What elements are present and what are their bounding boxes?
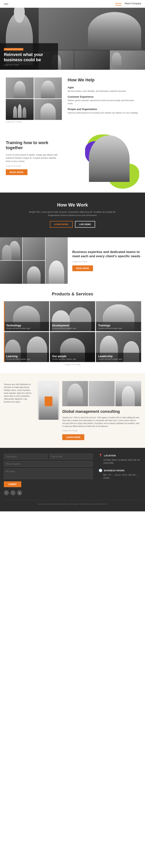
product-development-title: Development bbox=[52, 324, 93, 327]
product-development-subtitle: Ut enim ad minim veniam, quis. bbox=[52, 328, 93, 329]
products-section: Products & Services Technology Ut enim a… bbox=[0, 284, 145, 373]
product-technology-title: Technology bbox=[6, 324, 47, 327]
global-photos-row bbox=[62, 381, 141, 406]
training-person-photo bbox=[89, 135, 130, 182]
how-we-help-title: How We Help bbox=[68, 78, 139, 83]
product-trainings-title: Trainings bbox=[98, 324, 139, 327]
form-name-input[interactable] bbox=[4, 454, 47, 460]
product-item-our-people[interactable]: Our people Ut enim ad minim veniam, quis… bbox=[50, 332, 95, 362]
product-item-trainings[interactable]: Trainings Ut enim ad minim veniam, quis. bbox=[96, 301, 141, 331]
product-our-people-title: Our people bbox=[52, 355, 93, 358]
location-block: 📍 LOCATION 123 Main Street, 21 Avenue, N… bbox=[99, 454, 141, 465]
location-label: LOCATION bbox=[104, 455, 116, 457]
biz-photo-5 bbox=[45, 237, 68, 284]
hours-block: 🕐 BUSINESS HOURS Mon - Fri ..... 12 p.m … bbox=[99, 469, 141, 479]
google-icon[interactable]: g bbox=[17, 490, 22, 495]
navigation: logo Home About Company bbox=[0, 0, 145, 8]
global-photo-2 bbox=[89, 381, 114, 406]
how-item-agile-text: Become faster, more flexible, and intens… bbox=[68, 90, 139, 93]
nav-about[interactable]: About Company bbox=[124, 2, 141, 6]
how-photo-2 bbox=[34, 78, 62, 98]
how-photo-1 bbox=[6, 78, 34, 98]
global-photo-3 bbox=[115, 381, 141, 406]
how-we-work-section: How We Work Simple Text. Lorem ipsum dol… bbox=[0, 192, 145, 237]
location-icon: 📍 bbox=[99, 454, 103, 457]
instagram-icon[interactable]: i bbox=[10, 490, 15, 495]
hero-tag: CONSULTING FIRM bbox=[4, 48, 24, 51]
global-right: Global management consulting Sample text… bbox=[62, 381, 141, 440]
facebook-icon[interactable]: f bbox=[4, 490, 9, 495]
product-our-people-subtitle: Ut enim ad minim veniam, quis. bbox=[52, 358, 93, 360]
how-item-cx: Customer Experience Deliver great custom… bbox=[68, 95, 139, 105]
how-item-people-title: People and Organization bbox=[68, 108, 139, 111]
products-grid: Technology Ut enim ad minim veniam, quis… bbox=[4, 301, 141, 362]
biz-photo-4 bbox=[23, 261, 45, 284]
how-we-work-buttons: LEARN MORE LIVE DEMO bbox=[6, 221, 139, 227]
business-read-more-button[interactable]: READ MORE bbox=[72, 266, 93, 271]
form-message-input[interactable] bbox=[4, 468, 93, 479]
footer-bottom-text: Sample text. Click to select the text bo… bbox=[4, 503, 141, 505]
how-photo-4 bbox=[34, 99, 62, 120]
global-left-text: Vivamus arcu felis bibendum ut interdum … bbox=[4, 381, 35, 403]
learn-more-button[interactable]: LEARN MORE bbox=[50, 221, 73, 227]
products-title: Products & Services bbox=[4, 291, 141, 297]
hero-title: Reinvent what your business could be bbox=[4, 52, 54, 62]
global-section: Vivamus arcu felis bibendum ut interdum … bbox=[0, 373, 145, 448]
global-person-photo bbox=[38, 381, 59, 420]
business-content: Business expertise and dedicated teams t… bbox=[68, 237, 145, 284]
product-learning-title: Learning bbox=[6, 355, 47, 358]
footer-form-section: SUBMIT f i g 📍 LOCATION 123 Main Street,… bbox=[0, 448, 145, 512]
business-image-credit: Image from Freepik bbox=[72, 261, 140, 263]
business-title: Business expertise and dedicated teams t… bbox=[72, 250, 140, 258]
how-item-people: People and Organization Improve performa… bbox=[68, 108, 139, 114]
how-item-cx-title: Customer Experience bbox=[68, 95, 139, 98]
global-learn-more-button[interactable]: LEARN MORE bbox=[62, 434, 84, 440]
global-left-paragraph: Vivamus arcu felis bibendum ut interdum … bbox=[4, 383, 35, 403]
how-photo-3 bbox=[6, 99, 34, 120]
product-item-leadership[interactable]: Leadership Ut enim ad minim veniam, quis… bbox=[96, 332, 141, 362]
product-learning-subtitle: Ut enim ad minim veniam, quis. bbox=[6, 358, 47, 360]
hero-section: CONSULTING FIRM Reinvent what your busin… bbox=[0, 8, 145, 70]
how-item-agile: Agile Become faster, more flexible, and … bbox=[68, 86, 139, 93]
how-we-work-text: Simple Text. Lorem ipsum dolor sit amet,… bbox=[24, 210, 121, 217]
how-we-help-photos: Images from Freepik bbox=[6, 78, 62, 123]
nav-home[interactable]: Home bbox=[115, 2, 121, 6]
hours-icon: 🕐 bbox=[99, 469, 103, 472]
training-content: Training how to work together Lorem sit … bbox=[6, 140, 60, 175]
how-image-credit: Images from Freepik bbox=[6, 121, 62, 123]
social-icons: f i g bbox=[4, 490, 93, 495]
contact-info: 📍 LOCATION 123 Main Street, 21 Avenue, N… bbox=[99, 454, 141, 495]
form-submit-button[interactable]: SUBMIT bbox=[4, 482, 21, 487]
training-title: Training how to work together bbox=[6, 140, 60, 151]
biz-photo-1 bbox=[0, 237, 22, 260]
training-section: Training how to work together Lorem sit … bbox=[0, 130, 145, 192]
training-read-more-button[interactable]: READ MORE bbox=[6, 169, 28, 175]
global-image-credit: Image from Freepik bbox=[62, 430, 141, 432]
how-item-agile-title: Agile bbox=[68, 86, 139, 89]
hours-text: Mon - Fri ..... 12 p.m - 8 p.m. Sat, Sun… bbox=[99, 473, 141, 479]
hours-label: BUSINESS HOURS bbox=[104, 469, 124, 472]
product-leadership-subtitle: Ut enim ad minim veniam, quis. bbox=[98, 358, 139, 360]
product-technology-subtitle: Ut enim ad minim veniam, quis. bbox=[6, 328, 47, 329]
business-photos bbox=[0, 237, 68, 284]
product-leadership-title: Leadership bbox=[98, 355, 139, 358]
hero-image-credit: Image from Freepik bbox=[4, 64, 54, 66]
how-we-help-content: How We Help Agile Become faster, more fl… bbox=[68, 78, 139, 123]
global-title: Global management consulting bbox=[62, 409, 141, 414]
location-text: 123 Main Street, 21 Avenue, New York, NY… bbox=[99, 459, 141, 465]
how-we-help-section: Images from Freepik How We Help Agile Be… bbox=[0, 70, 145, 130]
form-phone-input[interactable] bbox=[4, 461, 93, 467]
nav-links: Home About Company bbox=[115, 2, 141, 6]
live-demo-button[interactable]: LIVE DEMO bbox=[75, 221, 95, 227]
product-item-development[interactable]: Development Ut enim ad minim veniam, qui… bbox=[50, 301, 95, 331]
biz-photo-3 bbox=[23, 237, 45, 260]
products-image-credit: Images from Freepik bbox=[4, 364, 141, 366]
nav-logo: logo bbox=[4, 2, 8, 5]
training-image-credit: Image from Freepik bbox=[6, 165, 60, 167]
business-section: Business expertise and dedicated teams t… bbox=[0, 237, 145, 284]
product-item-learning[interactable]: Learning Ut enim ad minim veniam, quis. bbox=[4, 332, 49, 362]
form-email-input[interactable] bbox=[49, 454, 93, 460]
how-we-work-title: How We Work bbox=[6, 202, 139, 208]
product-item-technology[interactable]: Technology Ut enim ad minim veniam, quis… bbox=[4, 301, 49, 331]
how-item-people-text: Improve performance by ensuring your peo… bbox=[68, 112, 139, 114]
